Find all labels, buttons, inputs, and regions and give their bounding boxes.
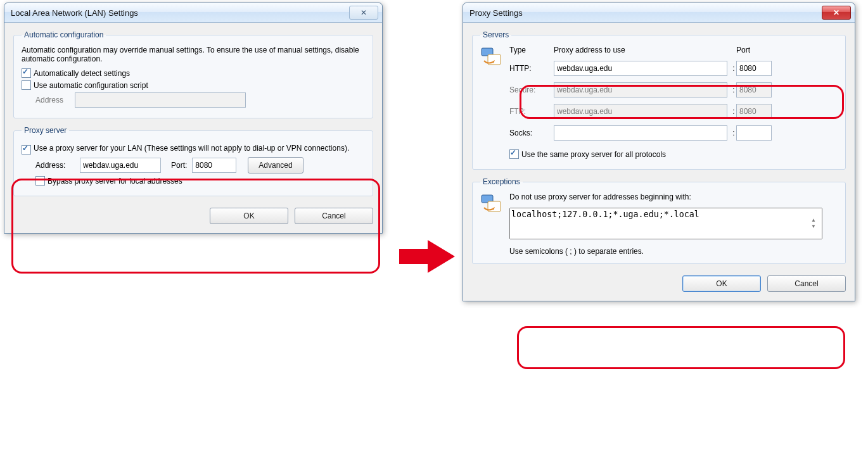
lan-settings-dialog: Local Area Network (LAN) Settings ✕ Auto…	[4, 3, 383, 234]
svg-marker-0	[399, 240, 455, 273]
label-socks: Socks:	[509, 129, 554, 137]
label-use-proxy: Use a proxy server for your LAN (These s…	[34, 144, 365, 153]
input-secure-port	[736, 82, 772, 98]
checkbox-bypass-local[interactable]	[35, 176, 45, 186]
scroll-indicator: ▲▼	[811, 208, 816, 239]
label-auto-script: Use automatic configuration script	[34, 81, 148, 90]
exceptions-hint: Use semicolons ( ; ) to separate entries…	[509, 247, 838, 256]
exceptions-desc: Do not use proxy server for addresses be…	[509, 192, 838, 201]
textarea-exceptions[interactable]	[509, 208, 822, 239]
label-bypass-local: Bypass proxy server for local addresses	[48, 177, 182, 186]
proxy-title: Proxy Settings	[469, 8, 822, 18]
header-type: Type	[509, 46, 554, 54]
ok-button[interactable]: OK	[682, 275, 761, 292]
input-socks-port[interactable]	[736, 125, 772, 141]
lan-titlebar[interactable]: Local Area Network (LAN) Settings ✕	[4, 3, 382, 23]
advanced-button[interactable]: Advanced	[248, 157, 303, 173]
cancel-button[interactable]: Cancel	[767, 275, 846, 292]
group-servers: Servers Type Proxy address to use Port H…	[472, 30, 846, 170]
label-same-proxy: Use the same proxy server for all protoc…	[521, 150, 666, 159]
input-http-address[interactable]	[554, 61, 727, 76]
label-proxy-address: Address:	[35, 161, 75, 170]
group-legend-proxy: Proxy server	[22, 126, 69, 135]
colon: :	[731, 85, 736, 94]
label-http: HTTP:	[509, 64, 554, 73]
label-ftp: FTP:	[509, 107, 554, 116]
group-legend-auto: Automatic configuration	[22, 30, 106, 39]
cancel-button[interactable]: Cancel	[295, 208, 373, 224]
close-icon[interactable]: ✕	[349, 6, 378, 20]
arrow-icon	[399, 237, 456, 277]
colon: :	[731, 129, 736, 137]
input-socks-address[interactable]	[554, 125, 727, 141]
header-addr: Proxy address to use	[554, 46, 731, 54]
checkbox-auto-script[interactable]	[22, 80, 31, 90]
auto-config-desc: Automatic configuration may override man…	[22, 46, 365, 63]
checkbox-same-proxy[interactable]	[509, 149, 519, 159]
checkbox-use-proxy[interactable]	[22, 145, 31, 154]
group-legend-servers: Servers	[480, 30, 511, 39]
highlight-exceptions	[517, 326, 845, 369]
group-legend-exceptions: Exceptions	[480, 177, 523, 186]
input-http-port[interactable]	[736, 61, 772, 76]
proxy-titlebar[interactable]: Proxy Settings ✕	[463, 3, 855, 23]
lan-title: Local Area Network (LAN) Settings	[11, 8, 349, 18]
input-proxy-port[interactable]	[192, 158, 236, 173]
checkbox-auto-detect[interactable]	[22, 68, 31, 78]
label-secure: Secure:	[509, 85, 554, 94]
label-script-address: Address	[35, 96, 75, 104]
network-icon	[480, 192, 503, 215]
input-script-address	[75, 92, 246, 108]
input-proxy-address[interactable]	[80, 158, 161, 173]
input-ftp-address	[554, 104, 727, 119]
group-proxy-server: Proxy server Use a proxy server for your…	[13, 126, 373, 196]
proxy-settings-dialog: Proxy Settings ✕ Servers Type Proxy addr…	[463, 3, 855, 301]
header-port: Port	[736, 46, 773, 54]
input-ftp-port	[736, 104, 772, 119]
colon: :	[731, 64, 736, 73]
colon: :	[731, 107, 736, 116]
network-icon	[480, 46, 503, 68]
group-exceptions: Exceptions Do not use proxy server for a…	[472, 177, 846, 264]
label-proxy-port: Port:	[171, 161, 187, 170]
ok-button[interactable]: OK	[210, 208, 288, 224]
input-secure-address	[554, 82, 727, 98]
group-automatic-configuration: Automatic configuration Automatic config…	[13, 30, 373, 118]
label-auto-detect: Automatically detect settings	[34, 69, 130, 78]
close-icon[interactable]: ✕	[822, 6, 851, 20]
